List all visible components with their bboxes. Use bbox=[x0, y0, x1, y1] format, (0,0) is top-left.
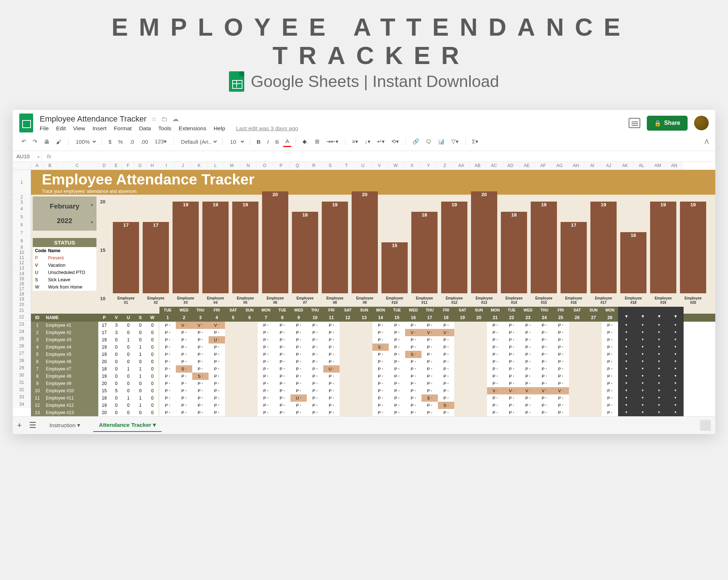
attendance-cell[interactable]: P▾ bbox=[323, 343, 340, 351]
attendance-cell[interactable]: P▾ bbox=[602, 394, 618, 402]
row-header[interactable]: 28 bbox=[13, 357, 31, 364]
col-header[interactable]: T bbox=[339, 162, 355, 170]
link-icon[interactable]: 🔗 bbox=[410, 136, 422, 147]
col-header[interactable]: B bbox=[44, 162, 56, 170]
attendance-cell[interactable] bbox=[340, 329, 356, 336]
attendance-cell[interactable]: P▾ bbox=[176, 380, 192, 387]
attendance-cell[interactable]: P▾ bbox=[553, 409, 569, 416]
attendance-cell[interactable] bbox=[356, 387, 372, 394]
attendance-cell[interactable] bbox=[356, 351, 372, 358]
col-header[interactable]: S bbox=[322, 162, 339, 170]
col-header[interactable]: L bbox=[207, 162, 224, 170]
attendance-cell[interactable]: P▾ bbox=[307, 343, 323, 351]
attendance-cell[interactable]: P▾ bbox=[290, 336, 307, 343]
attendance-cell[interactable] bbox=[454, 373, 471, 380]
attendance-cell[interactable]: P▾ bbox=[438, 351, 454, 358]
attendance-cell[interactable]: P▾ bbox=[602, 343, 618, 351]
attendance-cell[interactable]: P▾ bbox=[323, 387, 340, 394]
attendance-cell[interactable]: S▾ bbox=[372, 343, 389, 351]
attendance-cell[interactable]: S▾ bbox=[176, 365, 192, 373]
col-header[interactable]: O bbox=[257, 162, 273, 170]
row-header[interactable]: 20 bbox=[13, 302, 31, 307]
attendance-cell[interactable]: P▾ bbox=[290, 409, 307, 416]
attendance-cell[interactable]: P▾ bbox=[159, 343, 176, 351]
comment-icon[interactable] bbox=[629, 118, 640, 128]
tab-instruction[interactable]: Instruction ▾ bbox=[44, 419, 86, 432]
attendance-cell[interactable]: P▾ bbox=[192, 343, 209, 351]
attendance-cell[interactable]: U▾ bbox=[209, 336, 225, 343]
row-header[interactable]: 33 bbox=[13, 393, 31, 401]
attendance-cell[interactable] bbox=[356, 402, 372, 409]
attendance-cell[interactable]: P▾ bbox=[274, 394, 290, 402]
attendance-cell[interactable] bbox=[471, 387, 487, 394]
attendance-cell[interactable] bbox=[340, 365, 356, 373]
col-header[interactable]: E bbox=[110, 162, 122, 170]
attendance-cell[interactable]: P▾ bbox=[159, 351, 176, 358]
attendance-cell[interactable] bbox=[585, 329, 602, 336]
attendance-cell[interactable]: V▾ bbox=[422, 329, 438, 336]
attendance-cell[interactable] bbox=[569, 343, 585, 351]
attendance-cell[interactable]: P▾ bbox=[536, 365, 553, 373]
row-header[interactable]: 21 bbox=[13, 307, 31, 313]
attendance-cell[interactable]: P▾ bbox=[159, 329, 176, 336]
attendance-cell[interactable] bbox=[241, 351, 258, 358]
fill-color-icon[interactable]: ◆. bbox=[300, 136, 310, 147]
attendance-cell[interactable]: P▾ bbox=[258, 373, 274, 380]
attendance-cell[interactable]: P▾ bbox=[422, 343, 438, 351]
attendance-cell[interactable]: S▾ bbox=[422, 394, 438, 402]
attendance-cell[interactable]: P▾ bbox=[258, 322, 274, 329]
attendance-cell[interactable] bbox=[340, 387, 356, 394]
attendance-cell[interactable]: V▾ bbox=[209, 322, 225, 329]
attendance-cell[interactable] bbox=[241, 387, 258, 394]
attendance-cell[interactable]: P▾ bbox=[323, 329, 340, 336]
menu-insert[interactable]: Insert bbox=[92, 125, 107, 132]
attendance-cell[interactable]: P▾ bbox=[553, 373, 569, 380]
attendance-cell[interactable] bbox=[356, 322, 372, 329]
attendance-cell[interactable]: U▾ bbox=[290, 394, 307, 402]
row-header[interactable]: 32 bbox=[13, 386, 31, 393]
row-header[interactable]: 8 bbox=[13, 237, 31, 245]
row-header[interactable]: 19 bbox=[13, 297, 31, 302]
attendance-cell[interactable] bbox=[569, 387, 585, 394]
attendance-cell[interactable]: P▾ bbox=[553, 380, 569, 387]
attendance-cell[interactable] bbox=[340, 409, 356, 416]
attendance-cell[interactable]: P▾ bbox=[602, 380, 618, 387]
attendance-cell[interactable]: P▾ bbox=[209, 373, 225, 380]
attendance-cell[interactable]: P▾ bbox=[438, 409, 454, 416]
attendance-cell[interactable]: P▾ bbox=[536, 373, 553, 380]
attendance-cell[interactable] bbox=[471, 373, 487, 380]
attendance-cell[interactable]: P▾ bbox=[290, 343, 307, 351]
attendance-cell[interactable] bbox=[471, 322, 487, 329]
attendance-cell[interactable] bbox=[585, 343, 602, 351]
attendance-cell[interactable] bbox=[585, 365, 602, 373]
attendance-cell[interactable]: P▾ bbox=[176, 358, 192, 365]
attendance-cell[interactable]: P▾ bbox=[487, 380, 503, 387]
col-header[interactable]: H bbox=[146, 162, 158, 170]
row-header[interactable]: 11 bbox=[13, 255, 31, 260]
row-header[interactable]: 2 bbox=[13, 195, 31, 200]
attendance-cell[interactable]: P▾ bbox=[372, 394, 389, 402]
attendance-cell[interactable] bbox=[569, 358, 585, 365]
attendance-cell[interactable]: P▾ bbox=[553, 336, 569, 343]
attendance-cell[interactable]: P▾ bbox=[503, 351, 520, 358]
menu-extensions[interactable]: Extensions bbox=[179, 125, 206, 132]
attendance-cell[interactable]: P▾ bbox=[438, 387, 454, 394]
row-header[interactable]: 14 bbox=[13, 271, 31, 276]
attendance-cell[interactable]: P▾ bbox=[438, 358, 454, 365]
attendance-cell[interactable]: P▾ bbox=[520, 409, 536, 416]
add-sheet-icon[interactable]: + bbox=[17, 421, 22, 430]
attendance-cell[interactable]: P▾ bbox=[372, 373, 389, 380]
attendance-cell[interactable]: P▾ bbox=[389, 351, 405, 358]
attendance-cell[interactable]: S▾ bbox=[192, 373, 209, 380]
attendance-cell[interactable]: P▾ bbox=[503, 380, 520, 387]
star-icon[interactable]: ☆ bbox=[151, 115, 157, 123]
row-header[interactable]: 1 bbox=[13, 170, 31, 195]
select-all-corner[interactable] bbox=[13, 162, 31, 170]
attendance-cell[interactable]: P▾ bbox=[274, 387, 290, 394]
tab-attendance-tracker[interactable]: Attendance Tracker ▾ bbox=[93, 419, 162, 432]
rotate-icon[interactable]: ⟲▾ bbox=[389, 136, 401, 147]
attendance-cell[interactable]: P▾ bbox=[553, 329, 569, 336]
attendance-cell[interactable]: P▾ bbox=[176, 402, 192, 409]
col-header[interactable]: R bbox=[306, 162, 322, 170]
attendance-cell[interactable] bbox=[225, 351, 241, 358]
